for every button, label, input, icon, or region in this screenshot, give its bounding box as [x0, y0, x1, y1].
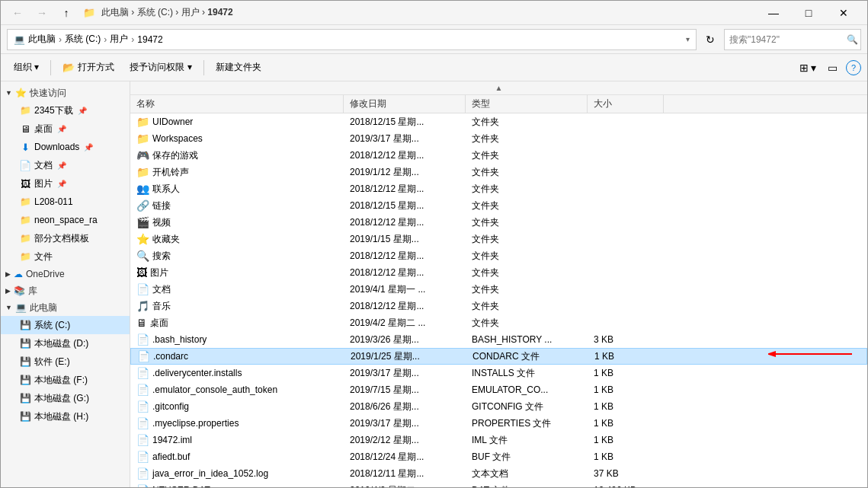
- help-button[interactable]: ?: [846, 60, 861, 75]
- table-row[interactable]: 📄 java_error_in_idea_1052.log 2018/12/11…: [130, 465, 867, 482]
- table-row[interactable]: 📄 19472.iml 2019/2/12 星期... IML 文件 1 KB: [130, 432, 867, 448]
- file-type: INSTALLS 文件: [466, 367, 588, 380]
- sidebar-item-desktop[interactable]: 🖥 桌面 📌: [1, 120, 130, 138]
- table-row[interactable]: 📄 .emulator_console_auth_token 2019/7/15…: [130, 381, 867, 398]
- folder-icon: 📁: [19, 196, 31, 208]
- minimize-button[interactable]: —: [756, 1, 791, 25]
- table-row[interactable]: 📁 Workspaces 2019/3/17 星期... 文件夹: [130, 130, 867, 147]
- table-row[interactable]: ⭐ 收藏夹 2019/1/15 星期... 文件夹: [130, 231, 867, 247]
- quick-access-chevron: ▼: [5, 89, 12, 97]
- library-header[interactable]: ▶ 📚 库: [1, 282, 130, 299]
- table-row[interactable]: 🎬 视频 2018/12/12 星期... 文件夹: [130, 214, 867, 231]
- downloads-icon: ⬇: [19, 141, 31, 153]
- sidebar-item-f[interactable]: 💾 本地磁盘 (F:): [1, 371, 130, 389]
- file-icon: 📄: [137, 350, 150, 362]
- table-row[interactable]: 👥 联系人 2018/12/12 星期... 文件夹: [130, 180, 867, 197]
- table-row[interactable]: 📄 .myeclipse.properties 2019/3/17 星期... …: [130, 415, 867, 432]
- col-modified[interactable]: 修改日期: [344, 95, 466, 113]
- sidebar-item-d[interactable]: 💾 本地磁盘 (D:): [1, 334, 130, 352]
- col-size[interactable]: 大小: [588, 95, 664, 113]
- col-name[interactable]: 名称: [130, 95, 344, 113]
- file-modified: 2018/12/12 星期...: [344, 266, 466, 279]
- breadcrumb-expand[interactable]: ▾: [686, 35, 690, 43]
- table-row[interactable]: 📁 开机铃声 2019/1/12 星期... 文件夹: [130, 164, 867, 180]
- file-type: CONDARC 文件: [466, 350, 588, 363]
- table-row[interactable]: 📄 .gitconfig 2018/6/26 星期... GITCONFIG 文…: [130, 398, 867, 415]
- preview-pane-button[interactable]: ▭: [822, 57, 843, 78]
- maximize-button[interactable]: □: [791, 1, 826, 25]
- table-row[interactable]: 🔗 链接 2018/12/15 星期... 文件夹: [130, 197, 867, 214]
- file-size: 1 KB: [588, 435, 664, 445]
- file-name-cell: 📄 java_error_in_idea_1052.log: [130, 467, 344, 480]
- thispc-label: 此电脑: [30, 301, 57, 314]
- file-icon: 🎵: [136, 300, 149, 312]
- sidebar-label: neon_space_ra: [34, 215, 98, 225]
- sidebar-item-files[interactable]: 📁 文件: [1, 247, 130, 266]
- table-row[interactable]: 📄 .deliverycenter.installs 2019/3/17 星期.…: [130, 365, 867, 381]
- organize-label: 组织 ▾: [14, 61, 39, 74]
- sidebar-item-l208[interactable]: 📁 L208-011: [1, 193, 130, 211]
- file-icon: 🖥: [136, 317, 147, 329]
- sidebar-item-pics[interactable]: 🖼 图片 📌: [1, 174, 130, 193]
- table-row[interactable]: 📄 .condarc 2019/1/25 星期... CONDARC 文件 1 …: [130, 348, 867, 365]
- table-row[interactable]: 🔍 搜索 2018/12/12 星期... 文件夹: [130, 247, 867, 264]
- onedrive-header[interactable]: ▶ ☁ OneDrive: [1, 266, 130, 282]
- breadcrumb[interactable]: 💻 此电脑 › 系统 (C:) › 用户 › 19472 ▾: [7, 29, 697, 50]
- sidebar-item-templates[interactable]: 📁 部分文档模板: [1, 229, 130, 247]
- table-row[interactable]: 📄 文档 2019/4/1 星期一 ... 文件夹: [130, 281, 867, 298]
- access-button[interactable]: 授予访问权限 ▾: [123, 57, 198, 78]
- quick-access-header[interactable]: ▼ ⭐ 快速访问: [1, 85, 130, 101]
- new-folder-button[interactable]: 新建文件夹: [209, 57, 268, 78]
- table-row[interactable]: 🎵 音乐 2018/12/12 星期... 文件夹: [130, 298, 867, 314]
- table-row[interactable]: 📄 afiedt.buf 2018/12/24 星期... BUF 文件 1 K…: [130, 448, 867, 465]
- breadcrumb-part-3[interactable]: 19472: [137, 34, 162, 45]
- file-size: 3 KB: [588, 334, 664, 345]
- file-name: .myeclipse.properties: [152, 418, 239, 429]
- drive-icon: 💾: [19, 356, 31, 368]
- table-row[interactable]: 📄 NTUSER.DAT 2019/4/2 星期二 ... DAT 文件 10,…: [130, 482, 867, 488]
- file-modified: 2019/3/26 星期...: [344, 333, 466, 346]
- file-icon: 📄: [136, 283, 149, 295]
- breadcrumb-icon: 💻: [14, 34, 25, 45]
- file-name-cell: 🎵 音乐: [130, 300, 344, 313]
- refresh-button[interactable]: ↻: [700, 29, 721, 50]
- table-row[interactable]: 📄 .bash_history 2019/3/26 星期... BASH_HIS…: [130, 331, 867, 348]
- sidebar-item-c[interactable]: 💾 系统 (C:): [1, 316, 130, 334]
- sidebar-item-neon[interactable]: 📁 neon_space_ra: [1, 211, 130, 229]
- view-options-button[interactable]: ⊞ ▾: [797, 57, 818, 78]
- table-row[interactable]: 🎮 保存的游戏 2018/12/12 星期... 文件夹: [130, 147, 867, 164]
- table-row[interactable]: 🖥 桌面 2019/4/2 星期二 ... 文件夹: [130, 314, 867, 331]
- search-icon: 🔍: [847, 34, 858, 45]
- search-input[interactable]: [729, 34, 844, 45]
- sidebar-label: L208-011: [34, 196, 73, 207]
- file-name-cell: 🖥 桌面: [130, 317, 344, 330]
- table-row[interactable]: 🖼 图片 2018/12/12 星期... 文件夹: [130, 264, 867, 281]
- col-type[interactable]: 类型: [466, 95, 588, 113]
- file-icon: 📄: [136, 333, 149, 346]
- folder-icon: 📁: [19, 104, 31, 116]
- close-button[interactable]: ✕: [826, 1, 861, 25]
- back-button[interactable]: ←: [7, 2, 28, 24]
- sidebar-item-downloads[interactable]: ⬇ Downloads 📌: [1, 138, 130, 156]
- organize-button[interactable]: 组织 ▾: [7, 57, 46, 78]
- file-size: 1 KB: [588, 451, 664, 462]
- file-modified: 2019/2/12 星期...: [344, 434, 466, 447]
- file-name-cell: 🔗 链接: [130, 199, 344, 212]
- thispc-header[interactable]: ▼ 💻 此电脑: [1, 299, 130, 316]
- sidebar-item-h[interactable]: 💾 本地磁盘 (H:): [1, 407, 130, 426]
- up-button[interactable]: ↑: [56, 2, 77, 24]
- table-row[interactable]: 📁 UIDowner 2018/12/15 星期... 文件夹: [130, 113, 867, 130]
- breadcrumb-part-2[interactable]: 用户: [110, 33, 128, 46]
- breadcrumb-part-0[interactable]: 此电脑: [28, 33, 56, 46]
- forward-button[interactable]: →: [31, 2, 53, 24]
- file-modified: 2019/4/2 星期二 ...: [344, 317, 466, 330]
- file-modified: 2018/12/11 星期...: [344, 467, 466, 480]
- sidebar-item-g[interactable]: 💾 本地磁盘 (G:): [1, 389, 130, 407]
- sidebar-item-e[interactable]: 💾 软件 (E:): [1, 352, 130, 371]
- sidebar-item-2345[interactable]: 📁 2345下载 📌: [1, 101, 130, 120]
- file-name-cell: 📁 Workspaces: [130, 132, 344, 145]
- file-size: 10,496 KB: [588, 485, 664, 488]
- open-with-button[interactable]: 📂 打开方式: [56, 57, 121, 78]
- breadcrumb-part-1[interactable]: 系统 (C:): [65, 33, 101, 46]
- sidebar-item-docs[interactable]: 📄 文档 📌: [1, 156, 130, 174]
